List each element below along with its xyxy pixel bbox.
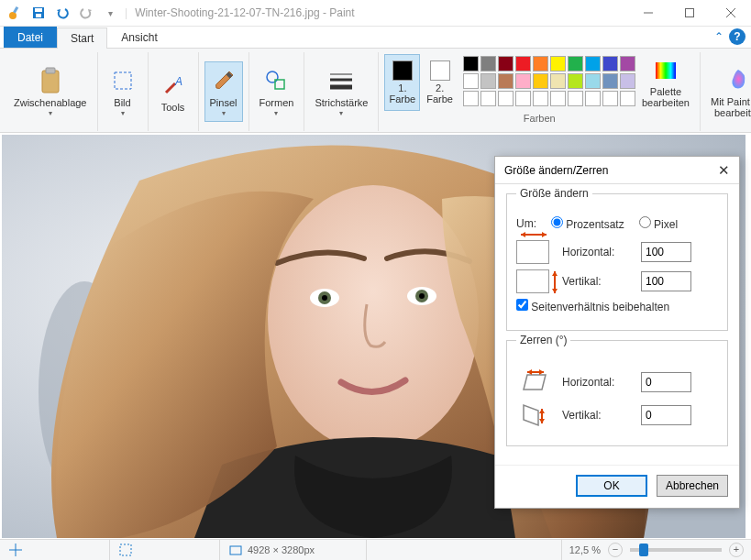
app-icon <box>5 3 25 23</box>
color-swatch[interactable] <box>568 56 583 71</box>
skew-fieldset: Zerren (°) Horizontal: Vertikal: <box>506 340 728 446</box>
color-swatch[interactable] <box>498 56 514 71</box>
status-spacer <box>367 540 562 560</box>
svg-rect-11 <box>115 72 131 89</box>
svg-rect-34 <box>120 544 131 555</box>
color-swatch[interactable] <box>602 91 618 106</box>
svg-text:A: A <box>174 75 182 88</box>
tools-button[interactable]: A Tools <box>154 61 193 122</box>
resize-h-input[interactable] <box>641 242 691 262</box>
color2-button[interactable]: 2. Farbe <box>422 54 458 111</box>
brushes-button[interactable]: Pinsel▾ <box>204 61 243 122</box>
size-button[interactable]: Strichstärke▾ <box>310 61 372 122</box>
image-size-icon <box>229 544 242 556</box>
svg-rect-35 <box>230 546 241 555</box>
skew-v-icon <box>516 401 549 429</box>
resize-h-label: Horizontal: <box>562 246 635 258</box>
image-dimensions: 4928 × 3280px <box>248 544 315 555</box>
color-swatch[interactable] <box>498 73 514 89</box>
titlebar: ▾ | Winter-Shooting-21-12-07-TN-216.jpg … <box>0 0 751 27</box>
zoom-in-button[interactable]: + <box>729 543 744 557</box>
color-swatch[interactable] <box>480 73 496 89</box>
tab-view[interactable]: Ansicht <box>107 27 171 48</box>
color-swatch[interactable] <box>550 73 566 89</box>
colors-group-label: Farben <box>524 111 556 126</box>
clipboard-button[interactable]: Zwischenablage▾ <box>9 61 92 122</box>
cancel-button[interactable]: Abbrechen <box>657 475 728 497</box>
skew-h-icon <box>516 368 549 396</box>
save-icon[interactable] <box>28 3 49 23</box>
tab-file[interactable]: Datei <box>4 27 57 48</box>
tools-icon: A <box>159 71 188 100</box>
svg-rect-3 <box>35 8 42 12</box>
color-swatch[interactable] <box>568 73 583 89</box>
svg-rect-9 <box>42 71 59 93</box>
dialog-close-icon[interactable]: ✕ <box>718 162 730 179</box>
color2-swatch <box>430 60 450 81</box>
color-swatch[interactable] <box>585 91 601 106</box>
redo-icon[interactable] <box>76 3 96 23</box>
color-swatch[interactable] <box>602 56 618 71</box>
color-swatch[interactable] <box>620 56 635 71</box>
ribbon-tabs: Datei Start Ansicht ⌃ ? <box>0 27 751 49</box>
collapse-ribbon-icon[interactable]: ⌃ <box>714 30 723 43</box>
svg-point-24 <box>322 295 327 301</box>
aspect-checkbox[interactable]: Seitenverhältnis beibehalten <box>516 299 669 313</box>
tab-start[interactable]: Start <box>57 27 107 49</box>
resize-v-input[interactable] <box>641 271 691 291</box>
dialog-title: Größe ändern/Zerren <box>504 164 608 177</box>
color-swatch[interactable] <box>620 91 635 106</box>
color-swatch[interactable] <box>550 56 566 71</box>
color-swatch[interactable] <box>498 91 514 106</box>
color-swatch[interactable] <box>515 56 531 71</box>
undo-icon[interactable] <box>52 3 72 23</box>
image-button[interactable]: Bild▾ <box>104 61 142 122</box>
close-button[interactable] <box>710 0 751 27</box>
help-icon[interactable]: ? <box>729 28 745 45</box>
color-swatch[interactable] <box>550 91 566 106</box>
skew-v-label: Vertikal: <box>562 409 635 422</box>
color-swatch[interactable] <box>480 56 496 71</box>
pixel-radio[interactable]: Pixel <box>639 216 678 231</box>
qat-dropdown-icon[interactable]: ▾ <box>100 3 120 23</box>
zoom-slider-thumb[interactable] <box>639 544 648 556</box>
svg-rect-4 <box>36 14 41 17</box>
color-swatch[interactable] <box>585 73 601 89</box>
percent-radio[interactable]: Prozentsatz <box>551 216 624 231</box>
stroke-icon <box>326 66 356 95</box>
quick-access-toolbar: ▾ <box>0 3 125 23</box>
ok-button[interactable]: OK <box>576 475 647 497</box>
color-swatch[interactable] <box>463 91 479 106</box>
color-swatch[interactable] <box>533 56 548 71</box>
zoom-out-button[interactable]: − <box>608 543 623 557</box>
color-swatch[interactable] <box>463 73 479 89</box>
resize-skew-dialog: Größe ändern/Zerren ✕ Größe ändern Um: P… <box>494 156 740 509</box>
color-swatch[interactable] <box>463 56 479 71</box>
color-swatch[interactable] <box>533 73 548 89</box>
edit-palette-button[interactable]: Palette bearbeiten <box>637 54 694 111</box>
clipboard-icon <box>36 66 65 95</box>
zoom-slider[interactable] <box>630 548 722 552</box>
shapes-button[interactable]: Formen▾ <box>255 61 299 122</box>
dialog-titlebar: Größe ändern/Zerren ✕ <box>495 157 739 184</box>
color-swatch[interactable] <box>515 73 531 89</box>
color1-button[interactable]: 1. Farbe <box>384 54 420 111</box>
minimize-button[interactable] <box>627 0 668 27</box>
maximize-button[interactable] <box>668 0 710 27</box>
resize-v-label: Vertikal: <box>562 275 635 288</box>
skew-h-input[interactable] <box>641 372 691 392</box>
zoom-section: 12,5 % − + <box>562 543 751 557</box>
color-swatch[interactable] <box>568 91 583 106</box>
paint3d-button[interactable]: Mit Paint 3D bearbeiten <box>706 61 751 122</box>
selection-icon <box>119 544 132 556</box>
skew-v-input[interactable] <box>641 405 691 425</box>
color-swatch[interactable] <box>585 56 601 71</box>
resize-v-icon <box>516 269 549 293</box>
color-swatch[interactable] <box>515 91 531 106</box>
skew-legend: Zerren (°) <box>516 334 570 346</box>
color-swatch[interactable] <box>480 91 496 106</box>
selection-section <box>110 540 220 560</box>
color-swatch[interactable] <box>602 73 618 89</box>
color-swatch[interactable] <box>620 73 635 89</box>
color-swatch[interactable] <box>533 91 548 106</box>
